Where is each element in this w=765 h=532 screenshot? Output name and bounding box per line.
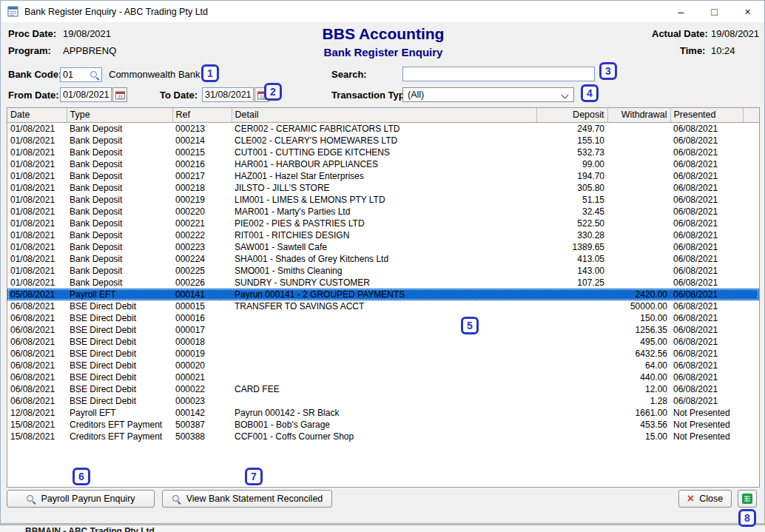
transaction-type-dropdown[interactable]: (All) — [402, 87, 574, 102]
bank-register-grid: Date Type Ref Detail Deposit Withdrawal … — [7, 107, 760, 488]
table-row[interactable]: 06/08/2021BSE Direct Debit000021440.0006… — [7, 371, 759, 383]
search-input[interactable] — [405, 69, 592, 79]
table-row[interactable]: 01/08/2021Bank Deposit000221PIE002 - PIE… — [7, 218, 759, 229]
table-row[interactable]: 01/08/2021Bank Deposit000218JILSTO - JIL… — [7, 182, 759, 194]
table-row[interactable]: 06/08/2021BSE Direct Debit000016150.0006… — [7, 312, 759, 324]
close-label: Close — [699, 494, 723, 504]
cell: 01/08/2021 — [7, 158, 67, 170]
payroll-payrun-enquiry-button[interactable]: Payroll Payrun Enquiry — [7, 490, 155, 508]
register-table-body: 01/08/2021Bank Deposit000213CER002 - CER… — [7, 122, 759, 442]
table-row[interactable]: 01/08/2021Bank Deposit000224SHA001 - Sha… — [7, 253, 759, 265]
cell: SHA001 - Shades of Grey Kitchens Ltd — [232, 253, 536, 265]
table-row[interactable]: 01/08/2021Bank Deposit000216HAR001 - HAR… — [7, 158, 759, 170]
column-header-ref[interactable]: Ref — [172, 108, 232, 122]
cell: 32.45 — [536, 206, 607, 218]
table-row[interactable]: 01/08/2021Bank Deposit000214CLE002 - CLE… — [7, 135, 759, 147]
cell: 01/08/2021 — [7, 277, 67, 289]
table-row[interactable]: 15/08/2021Creditors EFT Payment500387BOB… — [7, 419, 759, 431]
table-row[interactable]: 01/08/2021Bank Deposit000215CUT001 - CUT… — [7, 147, 759, 158]
cell — [232, 324, 536, 336]
from-date-input[interactable] — [63, 90, 109, 100]
close-button[interactable]: × Close — [678, 490, 732, 508]
view-bank-statement-label: View Bank Statement Reconciled — [186, 494, 323, 504]
table-row[interactable]: 01/08/2021Bank Deposit000223SAW001 - Saw… — [7, 241, 759, 253]
maximize-button[interactable]: □ — [698, 1, 731, 22]
cell: BSE Direct Debit — [67, 371, 172, 383]
minimize-button[interactable]: – — [664, 1, 698, 22]
table-row[interactable]: 01/08/2021Bank Deposit000220MAR001 - Mar… — [7, 206, 759, 218]
cell: BSE Direct Debit — [67, 324, 172, 336]
search-field[interactable] — [402, 67, 595, 81]
cell — [607, 182, 670, 194]
from-date-calendar-button[interactable] — [112, 87, 127, 102]
table-row[interactable]: 06/08/2021BSE Direct Debit000018495.0006… — [7, 336, 759, 348]
cell — [743, 218, 759, 229]
table-row[interactable]: 06/08/2021BSE Direct Debit0000171256.350… — [7, 324, 759, 336]
bank-code-field[interactable] — [60, 67, 102, 82]
titlebar[interactable]: Bank Register Enquiry - ABC Trading Pty … — [1, 1, 764, 22]
table-row[interactable]: 12/08/2021Payroll EFT000142Payrun 000142… — [7, 407, 759, 419]
table-row[interactable]: 06/08/2021BSE Direct Debit000022CARD FEE… — [7, 383, 759, 395]
table-row[interactable]: 06/08/2021BSE Direct Debit0000196432.560… — [7, 348, 759, 360]
cell: 06/08/2021 — [670, 241, 743, 253]
cell: 107.25 — [536, 277, 607, 289]
table-row[interactable]: 15/08/2021Creditors EFT Payment500388CCF… — [7, 431, 759, 442]
cell: BOB001 - Bob's Garage — [232, 419, 536, 431]
cell: Bank Deposit — [67, 253, 172, 265]
cell: Not Presented — [670, 431, 743, 442]
to-date-input[interactable] — [205, 90, 251, 100]
bank-code-input[interactable] — [63, 70, 90, 80]
bank-code-lookup-icon[interactable] — [90, 70, 99, 80]
column-header-date[interactable]: Date — [7, 108, 67, 122]
view-bank-statement-reconciled-button[interactable]: View Bank Statement Reconciled — [162, 490, 332, 508]
cell: 12.00 — [607, 383, 670, 395]
cell — [743, 241, 759, 253]
cell: JILSTO - JILL'S STORE — [232, 182, 536, 194]
table-row[interactable]: 01/08/2021Bank Deposit000219LIM001 - LIM… — [7, 194, 759, 206]
column-header-detail[interactable]: Detail — [232, 108, 536, 122]
cell: 06/08/2021 — [670, 360, 743, 371]
search-label: Search: — [331, 69, 367, 80]
table-row[interactable]: 06/08/2021BSE Direct Debit0000231.2806/0… — [7, 395, 759, 407]
cell — [743, 182, 759, 194]
cell — [743, 135, 759, 147]
cell: 495.00 — [607, 336, 670, 348]
column-header-presented[interactable]: Presented — [670, 108, 743, 122]
table-row[interactable]: 01/08/2021Bank Deposit000226SUNDRY - SUN… — [7, 277, 759, 289]
cell: 1256.35 — [607, 324, 670, 336]
table-row[interactable]: 01/08/2021Bank Deposit000213CER002 - CER… — [7, 122, 759, 135]
close-window-button[interactable]: × — [731, 1, 764, 22]
cell: 06/08/2021 — [670, 383, 743, 395]
to-date-field[interactable] — [202, 87, 254, 102]
cell: 522.50 — [536, 218, 607, 229]
cell: 06/08/2021 — [7, 312, 67, 324]
cell: 06/08/2021 — [670, 229, 743, 241]
table-row[interactable]: 01/08/2021Bank Deposit000217HAZ001 - Haz… — [7, 170, 759, 182]
cell: 000214 — [172, 135, 232, 147]
cell — [232, 395, 536, 407]
table-row[interactable]: 05/08/2021Payroll EFT000141Payrun 000141… — [7, 289, 759, 300]
cell: 06/08/2021 — [670, 206, 743, 218]
cell: 05/08/2021 — [7, 289, 67, 300]
cell — [536, 324, 607, 336]
excel-export-button[interactable] — [738, 490, 757, 508]
table-row[interactable]: 01/08/2021Bank Deposit000222RIT001 - RIT… — [7, 229, 759, 241]
from-date-field[interactable] — [60, 87, 112, 102]
table-row[interactable]: 01/08/2021Bank Deposit000225SMO001 - Smi… — [7, 265, 759, 277]
cell: SAW001 - Sawtell Cafe — [232, 241, 536, 253]
table-row[interactable]: 06/08/2021BSE Direct Debit000015TRANSFER… — [7, 300, 759, 312]
column-header-type[interactable]: Type — [67, 108, 172, 122]
cell — [536, 383, 607, 395]
bank-name-value: Commonwealth Bank — [109, 69, 200, 80]
cell: 000016 — [172, 312, 232, 324]
cell: 500388 — [172, 431, 232, 442]
column-header-withdrawal[interactable]: Withdrawal — [607, 108, 670, 122]
cell: 15.00 — [607, 431, 670, 442]
cell: 06/08/2021 — [670, 218, 743, 229]
column-header-deposit[interactable]: Deposit — [536, 108, 607, 122]
callout-8: 8 — [738, 509, 756, 527]
background-window-edge[interactable]: BBMAIN - ABC Trading Pty Ltd — [0, 525, 765, 532]
table-row[interactable]: 06/08/2021BSE Direct Debit00002064.0006/… — [7, 360, 759, 371]
cell — [607, 229, 670, 241]
cell — [232, 360, 536, 371]
